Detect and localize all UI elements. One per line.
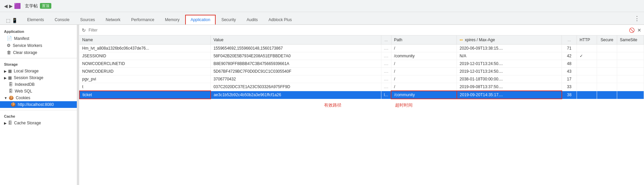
sidebar-item-websql[interactable]: 🗄 Web SQL [0, 88, 77, 95]
table-row[interactable]: Hm_lvt_a808a1326b6c06c437de76... 1559654… [79, 45, 644, 52]
tab-elements[interactable]: Elements [22, 15, 49, 24]
cell-samesite [617, 91, 644, 99]
col-path[interactable]: Path [391, 36, 457, 45]
tab-more-icon[interactable]: ⋮ [630, 13, 644, 23]
cell-samesite [617, 52, 644, 60]
sidebar-item-indexeddb[interactable]: 🗄 IndexedDB [0, 81, 77, 88]
tab-icons-group: ⬚ 📱 [3, 16, 21, 24]
col-resize-name[interactable] [209, 36, 210, 44]
col-dots-1: ... [381, 36, 391, 45]
cell-name: ticket [79, 91, 211, 99]
col-http[interactable]: HTTP [577, 36, 597, 45]
table-row[interactable]: t 037C2020DC37E1A23C503326A975FF9D .... … [79, 83, 644, 91]
sidebar-item-clear-storage[interactable]: 🗑 Clear storage [0, 49, 77, 56]
cookies-icon: 🍪 [9, 96, 14, 100]
cell-path: /community [391, 52, 457, 60]
tab-performance[interactable]: Performance [126, 15, 159, 24]
sidebar-item-cache-storage[interactable]: ▶ 🗄 Cache Storage [0, 120, 77, 126]
sidebar-item-local-storage[interactable]: ▶ ▦ Local Storage [0, 68, 77, 74]
tab-adblock[interactable]: Adblock Plus [264, 15, 297, 24]
cell-path: / [391, 83, 457, 91]
tab-console[interactable]: Console [50, 15, 74, 24]
sidebar-item-session-storage[interactable]: ▶ ▦ Session Storage [0, 74, 77, 81]
col-name[interactable]: Name [79, 36, 211, 45]
table-row[interactable]: NOWCODERUID 5D67BF4729BC7F0D0DC91C1C0305… [79, 68, 644, 75]
nav-back-icon[interactable]: ◀ [4, 3, 8, 9]
filter-refresh-button[interactable]: ↻ [82, 27, 86, 33]
cell-name: t [79, 83, 211, 91]
service-workers-icon: ⚙ [7, 43, 11, 48]
col-resize-expires[interactable] [560, 36, 561, 44]
tab-network[interactable]: Network [101, 15, 125, 24]
sidebar-section-storage: Storage [0, 60, 77, 68]
device-icon[interactable]: 📱 [12, 18, 17, 23]
col-dots-2: ... [562, 36, 577, 45]
cell-samesite [617, 83, 644, 91]
cell-samesite [617, 75, 644, 83]
sidebar-section-cache: Cache [0, 112, 77, 120]
annotation-row: 有效路径 超时时间 [79, 99, 644, 111]
cell-http [577, 45, 597, 52]
cell-http [577, 60, 597, 68]
inspect-icon[interactable]: ⬚ [6, 18, 10, 23]
sidebar-local-storage-label: Local Storage [14, 69, 39, 73]
sidebar-service-workers-label: Service Workers [13, 43, 42, 48]
table-row[interactable]: ticket ae3c1b52b92c4b50b2a3e961ffcf1a26 … [79, 91, 644, 99]
sidebar-cache-storage-label: Cache Storage [14, 121, 41, 125]
cell-http [577, 68, 597, 75]
table-row[interactable]: NOWCODERCLINETID B8E90780FF8BBB47C3B4756… [79, 60, 644, 68]
devtools-body: Application 📄 Manifest ⚙ Service Workers… [0, 25, 644, 185]
sidebar-item-service-workers[interactable]: ⚙ Service Workers [0, 42, 77, 49]
filter-clear-button[interactable]: 🚫 [629, 27, 635, 33]
col-resize-path[interactable] [455, 36, 457, 44]
sidebar-item-cookies[interactable]: ▼ 🍪 Cookies [0, 95, 77, 101]
cache-storage-icon: 🗄 [8, 121, 12, 125]
cell-secure [597, 60, 617, 68]
session-storage-arrow: ▶ [4, 76, 7, 80]
filter-bar: ↻ 🚫 ✕ [79, 25, 644, 36]
sidebar-divider-1 [0, 58, 77, 58]
cell-expires: 2019-09-08T13:37:50.... [457, 83, 562, 91]
nav-forward-icon[interactable]: ▶ [9, 3, 13, 9]
annotation-path: 有效路径 [324, 102, 341, 108]
table-row[interactable]: JSESSIONID 58F042B20E5B7934E208A51EFBBDE… [79, 52, 644, 60]
cell-samesite [617, 68, 644, 75]
local-storage-icon: ▦ [8, 69, 12, 73]
cell-http [577, 83, 597, 91]
cell-dots: .... [381, 52, 391, 60]
tab-sources[interactable]: Sources [75, 15, 100, 24]
cell-value: 58F042B20E5B7934E208A51EFBBDE7A0 [211, 52, 381, 60]
cell-path: /community [391, 91, 457, 99]
col-expires[interactable]: ⇔ xpires / Max-Age [457, 36, 562, 45]
cell-secure [597, 75, 617, 83]
cookies-arrow: ▼ [4, 96, 7, 100]
cell-name: NOWCODERUID [79, 68, 211, 75]
tab-application[interactable]: Application [185, 15, 216, 24]
cell-name: NOWCODERCLINETID [79, 60, 211, 68]
filter-close-button[interactable]: ✕ [637, 27, 641, 33]
col-secure[interactable]: Secure [597, 36, 617, 45]
cell-size: 71 [562, 45, 577, 52]
cell-expires: 2020-06-09T13:38:15.... [457, 45, 562, 52]
websql-icon: 🗄 [9, 89, 13, 94]
col-resize-value[interactable] [380, 36, 381, 44]
cell-size: 33 [562, 83, 577, 91]
filter-input[interactable] [89, 28, 626, 33]
tab-security[interactable]: Security [216, 15, 241, 24]
table-row[interactable]: pgv_pvi 3706770432 .... / 2038-01-18T00:… [79, 75, 644, 83]
tab-audits[interactable]: Audits [241, 15, 263, 24]
sidebar-section-application: Application [0, 27, 77, 35]
sidebar-item-localhost[interactable]: 🍪 http://localhost:8080 [0, 101, 77, 108]
sidebar-item-manifest[interactable]: 📄 Manifest [0, 35, 77, 42]
col-samesite[interactable]: SameSite [617, 36, 644, 45]
cell-http [577, 75, 597, 83]
annotation-expires: 超时时间 [395, 102, 413, 108]
tab-memory[interactable]: Memory [160, 15, 184, 24]
cell-dots: .... [381, 60, 391, 68]
cell-secure [597, 45, 617, 52]
cell-value: 5D67BF4729BC7F0D0DC91C1C0305540F [211, 68, 381, 75]
sidebar-indexeddb-label: IndexedDB [15, 82, 35, 87]
col-value[interactable]: Value [211, 36, 381, 45]
cell-dots: .... [381, 68, 391, 75]
sidebar-clear-storage-label: Clear storage [13, 50, 37, 55]
